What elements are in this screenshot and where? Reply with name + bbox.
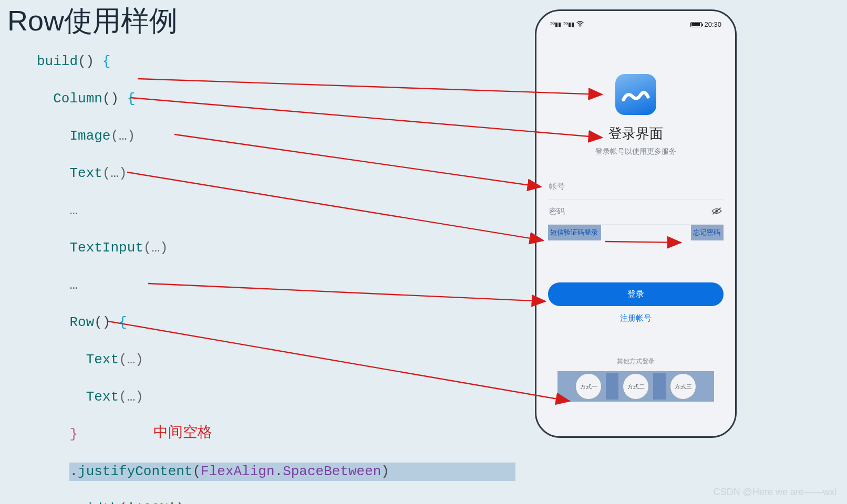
tok-image: Image — [69, 128, 110, 144]
tok-text: Text — [86, 389, 119, 405]
status-icons-right: 20:30 — [690, 20, 721, 28]
code-block: build() { Column() { Image(…) Text(…) … … — [37, 34, 515, 504]
login-subtitle: 登录帐号以使用更多服务 — [536, 147, 735, 156]
status-icons-left: ⁵ᴳ▮▮ ⁵ᴳ▮▮ — [550, 20, 584, 28]
battery-icon — [690, 22, 702, 27]
brace: } — [69, 426, 78, 442]
sms-login-link[interactable]: 短信验证码登录 — [548, 225, 601, 240]
brace: { — [127, 91, 136, 107]
tok: FlexAlign — [201, 464, 274, 479]
tok-textinput: TextInput — [69, 240, 143, 256]
fields-group: 帐号 密码 — [548, 174, 724, 225]
tok: … — [69, 277, 78, 293]
tok: ) — [176, 501, 184, 505]
tok: '100%' — [127, 501, 177, 505]
tok: (…) — [102, 165, 127, 181]
tok: () — [78, 54, 102, 69]
tok: () — [94, 314, 119, 330]
brace: { — [119, 314, 127, 330]
login-method-1[interactable]: 方式一 — [575, 373, 602, 400]
tok: (…) — [119, 389, 143, 405]
password-label: 密码 — [549, 207, 565, 217]
app-logo — [615, 74, 656, 115]
login-methods-row: 方式一 方式二 方式三 — [557, 371, 714, 402]
row-links: 短信验证码登录 忘记密码 — [548, 225, 724, 240]
tok-build: build — [37, 54, 78, 69]
login-button[interactable]: 登录 — [548, 282, 724, 306]
tok-justify: justifyContent — [78, 464, 192, 479]
signal-icon: ⁵ᴳ▮▮ — [550, 21, 561, 28]
tok: (…) — [110, 128, 135, 144]
tok: ( — [119, 501, 127, 505]
tok: SpaceBetween — [283, 464, 381, 479]
phone-mockup: ⁵ᴳ▮▮ ⁵ᴳ▮▮ 20:30 登录界面 登录帐号以使用更多服务 帐号 密码 短… — [535, 9, 737, 438]
annotation-space: 中间空格 — [153, 423, 212, 442]
login-title: 登录界面 — [536, 124, 735, 143]
forgot-password-link[interactable]: 忘记密码 — [691, 225, 724, 240]
tok: ( — [192, 464, 201, 479]
tok-width: width — [78, 501, 119, 505]
tok: … — [69, 203, 78, 218]
tok-text: Text — [69, 165, 102, 181]
svg-point-0 — [580, 26, 581, 27]
other-login-title: 其他方式登录 — [536, 357, 735, 366]
tok: . — [69, 464, 78, 479]
tok: () — [102, 91, 127, 107]
tok: ) — [381, 464, 389, 479]
signal-icon: ⁵ᴳ▮▮ — [563, 21, 574, 28]
status-time: 20:30 — [704, 20, 721, 28]
tok: (…) — [143, 240, 168, 256]
register-link[interactable]: 注册帐号 — [536, 313, 735, 323]
tok-text: Text — [86, 352, 119, 368]
logo-icon — [622, 82, 650, 107]
watermark: CSDN @Here we are——wxl — [714, 487, 836, 498]
login-method-3[interactable]: 方式三 — [670, 373, 696, 400]
tok-column: Column — [53, 91, 102, 107]
tok: . — [275, 464, 283, 479]
brace: { — [102, 54, 111, 69]
login-method-2[interactable]: 方式二 — [623, 373, 649, 400]
tok: . — [69, 501, 78, 505]
password-field[interactable]: 密码 — [548, 200, 724, 225]
status-bar: ⁵ᴳ▮▮ ⁵ᴳ▮▮ 20:30 — [550, 20, 721, 28]
eye-off-icon[interactable] — [711, 207, 722, 216]
wifi-icon — [576, 20, 584, 28]
tok-row: Row — [69, 314, 94, 330]
account-field[interactable]: 帐号 — [548, 174, 724, 200]
tok: (…) — [119, 352, 143, 368]
